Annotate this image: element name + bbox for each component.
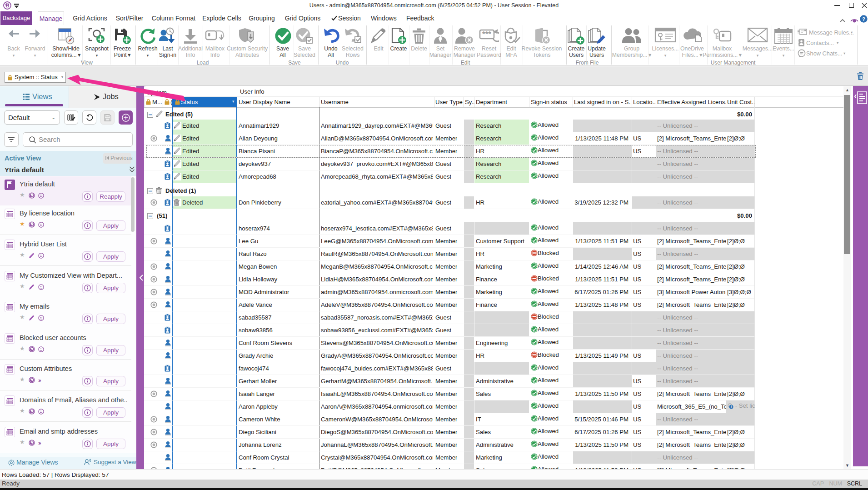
svg-text:?: ?: [862, 16, 865, 22]
svg-text:***: ***: [482, 30, 491, 39]
